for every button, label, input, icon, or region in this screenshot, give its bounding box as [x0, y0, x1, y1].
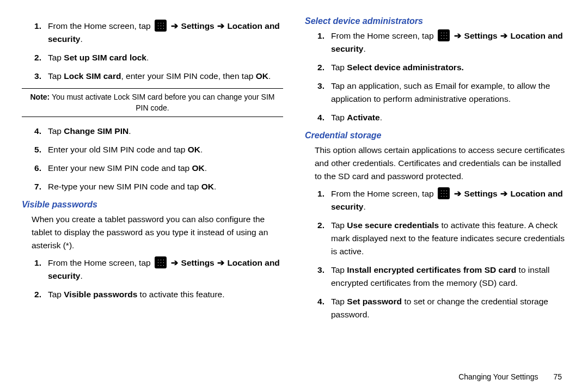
step-body: Tap Lock SIM card, enter your SIM PIN co… — [48, 70, 283, 83]
heading-credential-storage: Credential storage — [305, 131, 566, 140]
step-body: Tap Select device administrators. — [331, 61, 566, 74]
sim-lock-steps-bottom: 4. Tap Change SIM PIN. 5. Enter your old… — [22, 125, 283, 193]
list-item: 1. From the Home screen, tap ➔ Settings … — [305, 187, 566, 213]
step-body: From the Home screen, tap ➔ Settings ➔ L… — [331, 187, 566, 213]
list-item: 4. Tap Activate. — [305, 111, 566, 124]
list-item: 4. Tap Set password to set or change the… — [305, 295, 566, 321]
list-item: 6. Enter your new SIM PIN code and tap O… — [22, 162, 283, 175]
list-item: 4. Tap Change SIM PIN. — [22, 125, 283, 138]
device-admin-steps: 1. From the Home screen, tap ➔ Settings … — [305, 29, 566, 124]
step-body: Tap Set password to set or change the cr… — [331, 295, 566, 321]
note-label: Note: — [30, 93, 50, 101]
step-number: 1. — [305, 187, 331, 213]
step-number: 6. — [22, 162, 48, 175]
arrow-icon: ➔ — [171, 258, 178, 267]
list-item: 1. From the Home screen, tap ➔ Settings … — [305, 29, 566, 56]
step-number: 1. — [22, 20, 48, 46]
step-number: 2. — [22, 288, 48, 301]
step-body: Tap Use secure credentials to activate t… — [331, 219, 566, 258]
footer-section-title: Changing Your Settings — [458, 372, 538, 381]
credential-storage-steps: 1. From the Home screen, tap ➔ Settings … — [305, 187, 566, 321]
step-number: 2. — [305, 219, 331, 258]
step-body: From the Home screen, tap ➔ Settings ➔ L… — [48, 20, 283, 46]
step-number: 1. — [22, 256, 48, 283]
list-item: 3. Tap an application, such as Email for… — [305, 79, 566, 106]
arrow-icon: ➔ — [454, 31, 461, 40]
arrow-icon: ➔ — [454, 189, 461, 198]
apps-grid-icon — [438, 187, 450, 199]
step-number: 4. — [22, 125, 48, 138]
arrow-icon: ➔ — [171, 21, 178, 30]
list-item: 2. Tap Set up SIM card lock. — [22, 51, 283, 64]
step-body: From the Home screen, tap ➔ Settings ➔ L… — [48, 256, 283, 283]
step-body: Tap Set up SIM card lock. — [48, 51, 283, 64]
list-item: 3. Tap Lock SIM card, enter your SIM PIN… — [22, 70, 283, 83]
step-number: 2. — [305, 61, 331, 74]
step-number: 4. — [305, 295, 331, 321]
step-number: 5. — [22, 143, 48, 156]
arrow-icon: ➔ — [500, 31, 507, 40]
list-item: 1. From the Home screen, tap ➔ Settings … — [22, 20, 283, 46]
step-body: Tap an application, such as Email for ex… — [331, 79, 566, 106]
step-body: Enter your new SIM PIN code and tap OK. — [48, 162, 283, 175]
list-item: 2. Tap Select device administrators. — [305, 61, 566, 74]
apps-grid-icon — [155, 256, 167, 268]
step-body: Tap Change SIM PIN. — [48, 125, 283, 138]
step-body: Tap Install encrypted certificates from … — [331, 264, 566, 290]
arrow-icon: ➔ — [217, 258, 224, 267]
list-item: 2. Tap Visible passwords to activate thi… — [22, 288, 283, 301]
heading-device-administrators: Select device administrators — [305, 16, 566, 26]
visible-passwords-paragraph: When you create a tablet password you ca… — [32, 213, 283, 252]
step-number: 3. — [22, 70, 48, 83]
step-body: From the Home screen, tap ➔ Settings ➔ L… — [331, 29, 566, 56]
list-item: 2. Tap Use secure credentials to activat… — [305, 219, 566, 258]
note-box: Note: You must activate Lock SIM card be… — [22, 88, 283, 117]
credential-storage-paragraph: This option allows certain applications … — [315, 144, 566, 183]
sim-lock-steps-top: 1. From the Home screen, tap ➔ Settings … — [22, 20, 283, 83]
step-number: 2. — [22, 51, 48, 64]
list-item: 5. Enter your old SIM PIN code and tap O… — [22, 143, 283, 156]
step-body: Tap Visible passwords to activate this f… — [48, 288, 283, 301]
left-column: 1. From the Home screen, tap ➔ Settings … — [22, 16, 283, 372]
right-column: Select device administrators 1. From the… — [305, 16, 566, 372]
step-body: Re-type your new SIM PIN code and tap OK… — [48, 180, 283, 193]
apps-grid-icon — [438, 29, 450, 41]
step-number: 3. — [305, 264, 331, 290]
footer-page-number: 75 — [553, 372, 562, 381]
step-number: 4. — [305, 111, 331, 124]
note-text: You must activate Lock SIM card before y… — [50, 93, 274, 112]
step-number: 7. — [22, 180, 48, 193]
list-item: 3. Tap Install encrypted certificates fr… — [305, 264, 566, 290]
list-item: 7. Re-type your new SIM PIN code and tap… — [22, 180, 283, 193]
arrow-icon: ➔ — [500, 189, 507, 198]
step-number: 3. — [305, 79, 331, 106]
step-number: 1. — [305, 29, 331, 56]
apps-grid-icon — [155, 20, 167, 32]
step-body: Enter your old SIM PIN code and tap OK. — [48, 143, 283, 156]
page-footer: Changing Your Settings 75 — [22, 372, 566, 381]
arrow-icon: ➔ — [217, 21, 224, 30]
visible-passwords-steps: 1. From the Home screen, tap ➔ Settings … — [22, 256, 283, 301]
heading-visible-passwords: Visible passwords — [22, 200, 283, 210]
list-item: 1. From the Home screen, tap ➔ Settings … — [22, 256, 283, 283]
step-body: Tap Activate. — [331, 111, 566, 124]
